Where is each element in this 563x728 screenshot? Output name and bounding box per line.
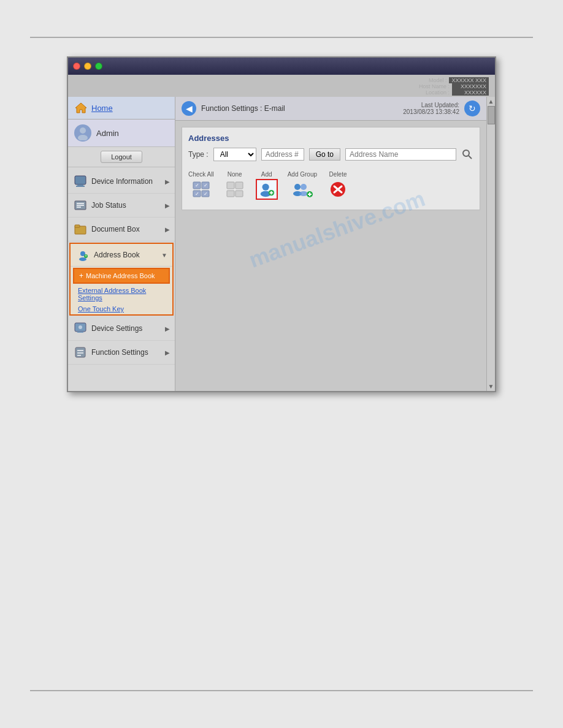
- sidebar-item-job-status[interactable]: Job Status ▶: [68, 194, 175, 218]
- actions-row: Check All ✓ ✓ ✓ ✓: [188, 167, 473, 203]
- svg-rect-11: [75, 225, 80, 227]
- add-group-button[interactable]: Add Group: [288, 171, 317, 200]
- sidebar-item-label-address-book: Address Book: [94, 251, 158, 259]
- machine-address-book-label: Machine Address Book: [86, 272, 155, 279]
- home-icon: [74, 102, 88, 114]
- svg-rect-36: [236, 191, 243, 197]
- header-bar: ◀ Function Settings : E-mail Last Update…: [175, 97, 486, 121]
- svg-text:✓: ✓: [204, 183, 208, 188]
- sidebar-item-device-settings[interactable]: Device Settings ▶: [68, 317, 175, 341]
- sidebar-item-one-touch-key[interactable]: One Touch Key: [71, 303, 172, 314]
- goto-button[interactable]: Go to: [309, 148, 340, 161]
- min-btn[interactable]: [84, 63, 91, 70]
- header-right: Last Updated: 2013/08/23 13:38:42 ↻: [403, 100, 480, 116]
- svg-point-45: [299, 191, 308, 196]
- address-number-input[interactable]: [261, 148, 304, 161]
- address-name-input[interactable]: [345, 148, 456, 161]
- browser-window: Model : XXXXXX XXX Host Name : XXXXXXX L…: [67, 56, 496, 392]
- avatar: [74, 124, 91, 142]
- svg-text:+: +: [85, 254, 87, 258]
- check-all-icon: ✓ ✓ ✓ ✓: [190, 179, 212, 200]
- sidebar-item-address-book[interactable]: + Address Book ▼: [71, 244, 172, 267]
- top-divider: [30, 37, 533, 38]
- back-button[interactable]: ◀: [182, 101, 196, 116]
- address-book-section: + Address Book ▼ + Machine Address Book …: [69, 243, 174, 316]
- sidebar-item-device-information[interactable]: Device Information ▶: [68, 170, 175, 194]
- none-icon: [224, 179, 246, 200]
- sidebar-item-home[interactable]: Home: [68, 97, 175, 119]
- svg-text:✓: ✓: [204, 191, 208, 197]
- check-all-button[interactable]: Check All ✓ ✓ ✓ ✓: [188, 171, 214, 200]
- svg-point-1: [80, 127, 86, 134]
- function-settings-icon: [73, 345, 88, 360]
- add-person-icon: [258, 181, 275, 198]
- location-value: XXXXXX: [452, 89, 489, 96]
- admin-name: Admin: [96, 129, 119, 138]
- scroll-thumb[interactable]: [488, 106, 495, 124]
- svg-point-18: [79, 325, 82, 329]
- main-content: Home Admin Logout: [68, 97, 495, 391]
- chevron-right-icon-2: ▶: [165, 202, 170, 209]
- svg-point-44: [301, 184, 307, 190]
- plus-icon: +: [79, 271, 83, 280]
- chevron-right-icon: ▶: [165, 178, 170, 185]
- none-button[interactable]: None: [224, 171, 246, 200]
- none-label: None: [228, 171, 242, 178]
- svg-point-23: [463, 150, 469, 156]
- sidebar-item-function-settings[interactable]: Function Settings ▶: [68, 341, 175, 365]
- type-select[interactable]: All Email Folder Fax iFax: [213, 148, 256, 161]
- svg-rect-20: [77, 350, 83, 351]
- add-icon-wrapper: [256, 179, 278, 200]
- sidebar-item-label-device-settings: Device Settings: [91, 324, 161, 333]
- machine-address-book-item[interactable]: + Machine Address Book: [73, 268, 170, 284]
- scroll-down-arrow[interactable]: ▼: [487, 383, 495, 391]
- last-updated-section: Last Updated: 2013/08/23 13:38:42: [403, 102, 459, 115]
- scrollbar[interactable]: ▲ ▼: [486, 97, 495, 391]
- logout-button[interactable]: Logout: [101, 151, 142, 163]
- svg-rect-35: [227, 191, 234, 197]
- close-btn[interactable]: [73, 63, 80, 70]
- scroll-up-arrow[interactable]: ▲: [487, 97, 495, 105]
- last-updated-label: Last Updated:: [403, 102, 459, 108]
- delete-button[interactable]: Delete: [327, 171, 349, 200]
- max-btn[interactable]: [95, 63, 102, 70]
- svg-line-24: [469, 156, 472, 159]
- sidebar-item-label-document-box: Document Box: [91, 225, 161, 233]
- svg-rect-21: [77, 352, 83, 354]
- sidebar-item-document-box[interactable]: Document Box ▶: [68, 218, 175, 241]
- bottom-divider: [30, 690, 533, 691]
- right-panel: ◀ Function Settings : E-mail Last Update…: [175, 97, 486, 391]
- svg-rect-4: [77, 184, 83, 186]
- title-bar: [68, 58, 495, 75]
- filter-row: Type : All Email Folder Fax iFax Go to: [188, 148, 473, 161]
- model-value: XXXXXX XXX: [449, 77, 489, 83]
- svg-rect-33: [227, 182, 234, 189]
- home-label[interactable]: Home: [91, 104, 113, 113]
- chevron-right-icon-4: ▶: [165, 325, 170, 332]
- sidebar-item-label-device-information: Device Information: [91, 177, 161, 186]
- refresh-button[interactable]: ↻: [464, 100, 480, 116]
- delete-label: Delete: [329, 171, 347, 178]
- add-button[interactable]: Add: [256, 171, 278, 200]
- svg-point-2: [78, 135, 88, 140]
- svg-point-42: [294, 184, 301, 190]
- svg-rect-22: [77, 355, 81, 356]
- breadcrumb: Function Settings : E-mail: [201, 104, 285, 113]
- type-label: Type :: [188, 150, 209, 159]
- sidebar: Home Admin Logout: [68, 97, 175, 391]
- svg-text:✓: ✓: [195, 191, 199, 197]
- chevron-right-icon-3: ▶: [165, 226, 170, 233]
- delete-icon: [327, 179, 349, 200]
- sidebar-item-external-address-book[interactable]: External Address Book Settings: [71, 285, 172, 303]
- svg-marker-0: [75, 103, 86, 113]
- header-nav: ◀ Function Settings : E-mail: [182, 101, 285, 116]
- add-label: Add: [261, 171, 272, 178]
- search-button[interactable]: [461, 148, 473, 161]
- device-info-icon: [73, 174, 88, 189]
- search-icon: [462, 150, 472, 159]
- svg-rect-5: [76, 186, 85, 187]
- hostname-label: Host Name :: [419, 83, 450, 89]
- sidebar-item-label-function-settings: Function Settings: [91, 348, 161, 357]
- divider-1: [68, 167, 175, 167]
- addresses-panel: Addresses Type : All Email Folder Fax iF…: [182, 127, 480, 210]
